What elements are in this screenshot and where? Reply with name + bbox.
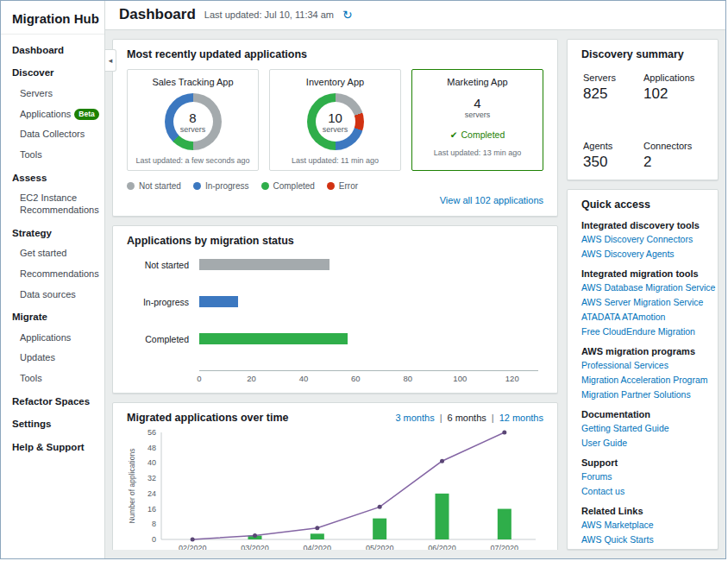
bar-row-in-progress: In-progress [127,296,538,307]
sidebar-item-recommendations[interactable]: Recommendations [1,264,104,285]
beta-badge: Beta [74,109,98,120]
time-range-selector: 3 months|6 months|12 months [395,413,543,423]
y-tick-label: 40 [147,458,156,467]
range-separator: | [492,413,494,423]
x-axis: 020406080100120 [199,370,538,384]
line-point [191,538,195,542]
qa-link-migration-acceleration-program[interactable]: Migration Acceleration Program [581,375,704,385]
stat-value: 102 [643,85,704,103]
qa-section-header: Integrated discovery tools [581,220,704,230]
stat-value: 825 [583,85,643,103]
bar-category-label: Not started [127,260,199,270]
sidebar-divider [1,34,104,35]
app-card-sales-tracking-app[interactable]: Sales Tracking App8serversLast updated: … [127,69,259,171]
x-tick-label: 0 [197,374,201,383]
sidebar-item-ec2-instance-recommendations[interactable]: EC2 Instance Recommendations [1,188,104,221]
combo-chart-svg: 08162432404856Number of applications02/2… [127,425,548,550]
y-tick-label: 56 [147,428,156,437]
sidebar-item-servers[interactable]: Servers [1,84,104,104]
main-area: Dashboard Last updated: Jul 10, 11:34 am… [105,1,725,558]
month-bar [436,494,449,539]
sidebar-item-get-started[interactable]: Get started [1,243,104,264]
month-bar [373,519,386,539]
sidebar-item-data-collectors[interactable]: Data Collectors [1,124,104,145]
sidebar-item-refactor-spaces[interactable]: Refactor Spaces [1,389,104,412]
qa-section-support: SupportForumsContact us [581,457,704,496]
server-unit-label: servers [180,125,206,134]
sidebar-item-label: Servers [20,88,53,100]
sidebar-item-label: Discover [12,66,54,79]
sidebar-item-help-support[interactable]: Help & Support [1,435,104,457]
qa-link-aws-marketplace[interactable]: AWS Marketplace [581,520,704,530]
stat-label: Servers [583,72,643,83]
qa-link-free-cloudendure-migration[interactable]: Free CloudEndure Migration [581,326,704,337]
app-card-marketing-app[interactable]: Marketing App4servers✔CompletedLast upda… [411,69,543,171]
qa-section-header: AWS migration programs [581,346,704,356]
sidebar-item-label: Tools [20,373,42,385]
sidebar-item-tools[interactable]: Tools [1,145,104,166]
qa-link-aws-discovery-agents[interactable]: AWS Discovery Agents [581,249,704,259]
app-name: Inventory App [275,77,395,87]
donut-center: 10servers [316,102,355,142]
quick-access-card: Quick access Integrated discovery toolsA… [567,189,719,550]
bar-in-progress [199,296,238,307]
sidebar-item-assess[interactable]: Assess [1,166,104,188]
sidebar-item-tools[interactable]: Tools [1,369,104,389]
sidebar-item-label: Migrate [12,311,47,323]
qa-link-aws-discovery-connectors[interactable]: AWS Discovery Connectors [581,234,704,244]
sidebar: Migration Hub DashboardDiscoverServersAp… [1,1,105,558]
bar-track [199,333,538,344]
sidebar-item-label: Dashboard [12,44,64,56]
qa-link-atadata-atamotion[interactable]: ATADATA ATAmotion [581,312,704,322]
line-point [315,526,319,530]
server-count: 4 [417,96,537,110]
qa-link-forums[interactable]: Forums [581,471,704,482]
time-range-3-months[interactable]: 3 months [395,413,434,423]
refresh-icon[interactable]: ↻ [342,9,353,21]
y-tick-label: 48 [147,444,156,452]
x-tick-label: 02/2020 [179,544,207,550]
qa-link-aws-quick-starts[interactable]: AWS Quick Starts [581,534,704,545]
sidebar-item-discover[interactable]: Discover [1,60,104,83]
x-tick-label: 03/2020 [241,544,269,550]
stat-agents: Agents350 [583,141,643,171]
sidebar-item-label: Data Collectors [20,129,85,141]
view-all-applications-link[interactable]: View all 102 applications [440,195,543,205]
sidebar-item-applications[interactable]: ApplicationsBeta [1,104,104,125]
donut-center: 8servers [173,102,213,142]
qa-link-user-guide[interactable]: User Guide [581,438,704,448]
bar-track [199,296,538,307]
qa-link-migration-partner-solutions[interactable]: Migration Partner Solutions [581,389,704,400]
x-tick-label: 20 [247,374,256,383]
app-cards-row: Sales Tracking App8serversLast updated: … [127,69,543,171]
time-range-12-months[interactable]: 12 months [499,413,543,423]
x-axis-row: 020406080100120 [127,370,538,384]
sidebar-item-dashboard[interactable]: Dashboard [1,38,104,60]
qa-link-professional-services[interactable]: Professional Services [581,360,704,370]
qa-link-aws-database-migration-service[interactable]: AWS Database Migration Service [581,282,704,293]
last-updated-text: Last updated: a few seconds ago [133,156,253,165]
sidebar-item-data-sources[interactable]: Data sources [1,285,104,306]
month-bar [498,509,511,539]
sidebar-item-strategy[interactable]: Strategy [1,221,104,243]
qa-link-contact-us[interactable]: Contact us [581,486,704,496]
x-tick-label: 100 [453,374,467,383]
legend-dot [127,182,135,190]
sidebar-item-label: Tools [20,149,42,161]
legend-item-in-progress: In-progress [193,181,249,191]
legend-label: Not started [139,181,181,191]
sidebar-item-label: Recommendations [20,268,99,280]
sidebar-item-label: Assess [12,172,47,184]
line-point [440,459,444,463]
time-range-6-months[interactable]: 6 months [448,413,486,423]
sidebar-collapse-button[interactable]: ◂ [105,49,116,72]
sidebar-item-applications[interactable]: Applications [1,328,104,349]
qa-link-getting-started-guide[interactable]: Getting Started Guide [581,423,704,433]
sidebar-item-label: Settings [12,418,51,430]
sidebar-item-migrate[interactable]: Migrate [1,305,104,327]
sidebar-item-updates[interactable]: Updates [1,348,104,369]
app-card-inventory-app[interactable]: Inventory App10serversLast updated: 11 m… [269,69,401,171]
qa-link-aws-server-migration-service[interactable]: AWS Server Migration Service [581,297,704,307]
bar-row-completed: Completed [127,333,538,344]
sidebar-item-settings[interactable]: Settings [1,412,104,434]
